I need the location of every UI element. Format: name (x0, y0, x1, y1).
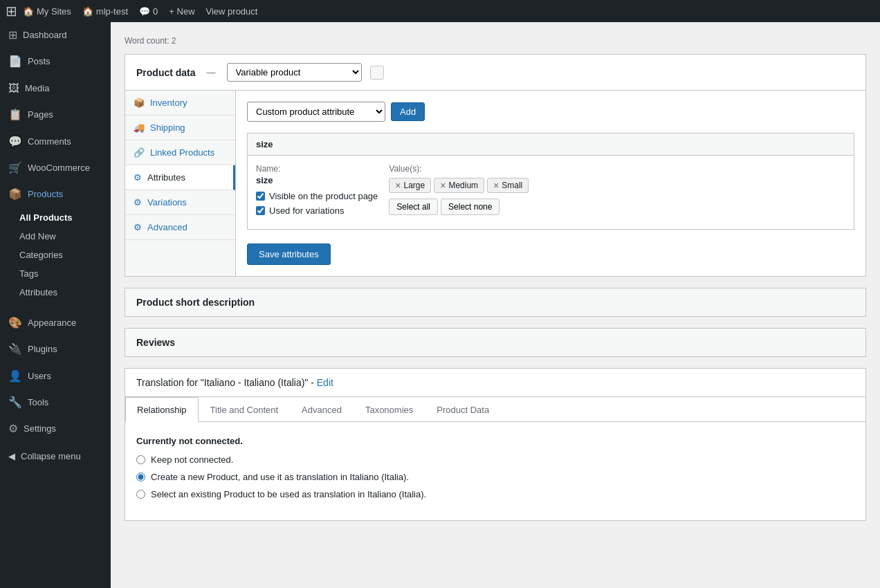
translation-tab-relationship[interactable]: Relationship (125, 397, 199, 422)
visible-checkbox[interactable] (256, 192, 265, 201)
comment-icon: 💬 (139, 6, 150, 17)
wp-logo-icon[interactable]: ⊞ (6, 3, 17, 19)
sidebar-item-plugins[interactable]: 🔌 Plugins (0, 336, 111, 362)
medium-label: Medium (448, 181, 478, 190)
attribute-selector-row: Custom product attribute Add (247, 102, 854, 122)
woocommerce-icon: 🛒 (8, 160, 22, 176)
translation-header: Translation for "Italiano - Italiano (It… (125, 369, 865, 397)
sidebar-item-users[interactable]: 👤 Users (0, 363, 111, 389)
translation-body: Currently not connected. Keep not connec… (125, 422, 865, 520)
home-icon-2: 🏠 (82, 6, 93, 17)
product-data-label: Product data (136, 67, 196, 78)
sidebar-item-appearance[interactable]: 🎨 Appearance (0, 310, 111, 336)
remove-medium-button[interactable]: × (440, 181, 446, 190)
products-icon: 📦 (8, 187, 22, 202)
appearance-icon: 🎨 (8, 315, 22, 331)
sidebar-item-all-products[interactable]: All Products (0, 208, 111, 227)
translation-tab-title-content[interactable]: Title and Content (199, 397, 291, 422)
reviews-section: Reviews (125, 328, 866, 357)
posts-icon: 📄 (8, 54, 22, 69)
product-short-description-section: Product short description (125, 288, 866, 317)
sidebar-item-pages[interactable]: 📋 Pages (0, 102, 111, 128)
sidebar-item-posts[interactable]: 📄 Posts (0, 48, 111, 75)
sidebar-item-products[interactable]: 📦 Products (0, 181, 111, 208)
used-for-variations-checkbox[interactable] (256, 206, 265, 215)
sidebar-item-media[interactable]: 🖼 Media (0, 75, 111, 102)
product-data-dash: — (207, 67, 216, 77)
main-content: Word count: 2 Product data — Variable pr… (111, 22, 880, 588)
product-data-tabs: 📦 Inventory 🚚 Shipping 🔗 Linked Products… (125, 91, 236, 276)
plugins-icon: 🔌 (8, 342, 22, 357)
translation-tab-advanced[interactable]: Advanced (290, 397, 354, 422)
adminbar-new[interactable]: + New (163, 0, 200, 22)
translation-status: Currently not connected. (136, 436, 854, 446)
product-data-spinner[interactable] (370, 66, 384, 80)
adminbar-comments[interactable]: 💬 0 (134, 0, 163, 22)
create-new-radio[interactable] (136, 472, 145, 481)
tab-attributes[interactable]: ⚙ Attributes (125, 165, 235, 190)
radio-select-existing: Select an existing Product to be used as… (136, 489, 854, 499)
variations-icon: ⚙ (134, 197, 142, 208)
tab-linked-products[interactable]: 🔗 Linked Products (125, 140, 235, 165)
remove-small-button[interactable]: × (493, 181, 499, 190)
sidebar-item-add-new[interactable]: Add New (0, 227, 111, 246)
adminbar-view-product[interactable]: View product (201, 0, 264, 22)
keep-not-connected-radio[interactable] (136, 455, 145, 464)
product-data-body: 📦 Inventory 🚚 Shipping 🔗 Linked Products… (125, 91, 865, 276)
sidebar-item-attributes[interactable]: Attributes (0, 283, 111, 302)
adminbar-my-sites[interactable]: 🏠 My Sites (17, 0, 77, 22)
add-attribute-button[interactable]: Add (391, 102, 425, 121)
name-value: size (256, 175, 378, 185)
sidebar: ⊞ Dashboard 📄 Posts 🖼 Media 📋 Pages 💬 Co… (0, 22, 111, 588)
select-all-button[interactable]: Select all (389, 199, 438, 215)
visible-label: Visible on the product page (269, 191, 378, 201)
remove-large-button[interactable]: × (395, 181, 401, 190)
sidebar-item-woocommerce[interactable]: 🛒 WooCommerce (0, 155, 111, 181)
attributes-panel: Custom product attribute Add size Name: … (236, 91, 865, 276)
used-for-variations-row: Used for variations (256, 205, 378, 216)
comments-icon: 💬 (8, 134, 22, 149)
product-short-description-header[interactable]: Product short description (125, 288, 866, 317)
attribute-type-select[interactable]: Custom product attribute (247, 102, 385, 122)
select-none-button[interactable]: Select none (441, 199, 499, 215)
tab-inventory[interactable]: 📦 Inventory (125, 91, 235, 116)
tab-variations[interactable]: ⚙ Variations (125, 190, 235, 215)
advanced-icon: ⚙ (134, 222, 142, 232)
sidebar-item-tags[interactable]: Tags (0, 264, 111, 283)
sidebar-item-dashboard[interactable]: ⊞ Dashboard (0, 22, 111, 48)
visible-checkbox-row: Visible on the product page (256, 191, 378, 201)
attribute-right: Value(s): × Large × Medium (389, 164, 845, 221)
product-type-select[interactable]: Variable product Simple product Grouped … (227, 63, 362, 82)
sidebar-item-comments[interactable]: 💬 Comments (0, 129, 111, 155)
translation-tab-taxonomies[interactable]: Taxonomies (354, 397, 425, 422)
sidebar-item-categories[interactable]: Categories (0, 246, 111, 264)
attributes-icon: ⚙ (134, 172, 142, 183)
translation-edit-link[interactable]: Edit (317, 377, 333, 388)
reviews-header[interactable]: Reviews (125, 328, 866, 357)
collapse-menu-button[interactable]: ◀ Collapse menu (0, 443, 111, 470)
translation-header-text: Translation for "Italiano - Italiano (It… (136, 377, 314, 388)
keep-not-connected-label: Keep not connected. (151, 454, 233, 465)
value-tag-medium: × Medium (434, 178, 484, 193)
tools-icon: 🔧 (8, 395, 22, 410)
used-for-variations-label: Used for variations (269, 205, 344, 216)
product-data-box: Product data — Variable product Simple p… (125, 54, 866, 277)
adminbar-site-name[interactable]: 🏠 mlp-test (77, 0, 134, 22)
name-label: Name: (256, 164, 378, 174)
admin-bar: ⊞ 🏠 My Sites 🏠 mlp-test 💬 0 + New View p… (0, 0, 880, 22)
select-existing-radio[interactable] (136, 490, 145, 499)
sidebar-item-tools[interactable]: 🔧 Tools (0, 389, 111, 416)
value-tag-small: × Small (487, 178, 529, 193)
save-attributes-button[interactable]: Save attributes (247, 244, 331, 265)
small-label: Small (502, 181, 522, 190)
translation-tab-product-data[interactable]: Product Data (425, 397, 501, 422)
tab-advanced[interactable]: ⚙ Advanced (125, 215, 235, 240)
tab-shipping[interactable]: 🚚 Shipping (125, 116, 235, 140)
pages-icon: 📋 (8, 107, 22, 122)
linked-products-icon: 🔗 (134, 147, 145, 158)
translation-box: Translation for "Italiano - Italiano (It… (125, 368, 866, 521)
sidebar-item-settings[interactable]: ⚙ Settings (0, 416, 111, 442)
users-icon: 👤 (8, 369, 22, 384)
word-count: Word count: 2 (125, 36, 866, 46)
value-tag-large: × Large (389, 178, 431, 193)
